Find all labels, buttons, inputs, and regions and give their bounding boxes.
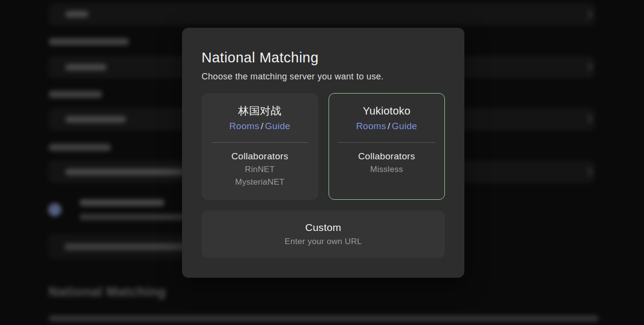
server-links: Rooms/Guide [356, 121, 417, 132]
collaborators-heading: Collaborators [358, 151, 415, 162]
guide-link[interactable]: Guide [392, 121, 417, 131]
server-card-cn[interactable]: 林国对战 Rooms/Guide Collaborators RinNET My… [202, 93, 318, 200]
server-name: 林国对战 [238, 104, 281, 118]
national-matching-modal: National Matching Choose the matching se… [182, 28, 464, 278]
card-divider [338, 142, 435, 143]
server-name: Yukiotoko [363, 104, 410, 118]
collaborator-name: RinNET [245, 165, 275, 174]
server-card-yukiotoko[interactable]: Yukiotoko Rooms/Guide Collaborators Miss… [329, 93, 445, 200]
custom-server-card[interactable]: Custom Enter your own URL [202, 210, 445, 258]
collaborators-heading: Collaborators [231, 151, 288, 162]
rooms-link[interactable]: Rooms [356, 121, 386, 131]
link-separator: / [259, 121, 265, 131]
custom-card-title: Custom [305, 222, 341, 233]
rooms-link[interactable]: Rooms [229, 121, 259, 131]
guide-link[interactable]: Guide [265, 121, 290, 131]
server-cards-row: 林国对战 Rooms/Guide Collaborators RinNET My… [202, 93, 445, 200]
collaborator-name: Missless [370, 165, 403, 174]
card-divider [211, 142, 309, 143]
collaborator-name: MysteriaNET [235, 177, 285, 187]
modal-title: National Matching [202, 49, 445, 66]
modal-subtitle: Choose the matching server you want to u… [202, 71, 445, 82]
link-separator: / [386, 121, 392, 131]
custom-card-subtitle: Enter your own URL [285, 237, 362, 247]
server-links: Rooms/Guide [229, 121, 290, 132]
